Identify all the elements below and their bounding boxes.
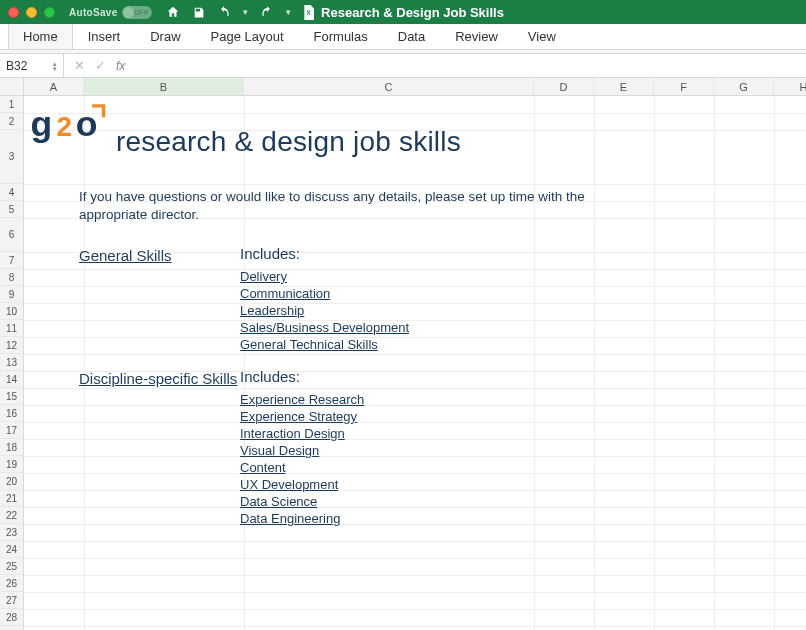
row-header[interactable]: 21	[0, 490, 23, 507]
row-header[interactable]: 9	[0, 286, 23, 303]
discipline-skill-link[interactable]: Experience Research	[240, 391, 364, 408]
section-general-skills-includes: Includes:	[240, 245, 300, 262]
row-header[interactable]: 11	[0, 320, 23, 337]
cell-area[interactable]: g 2 o research & design job skills If yo…	[24, 96, 806, 630]
fx-label[interactable]: fx	[116, 59, 125, 73]
row-header[interactable]: 14	[0, 371, 23, 388]
general-skill-link[interactable]: Sales/Business Development	[240, 319, 409, 336]
ribbon-tab-review[interactable]: Review	[440, 22, 513, 49]
row-header[interactable]: 16	[0, 405, 23, 422]
general-skill-link[interactable]: Communication	[240, 285, 409, 302]
row-header[interactable]: 26	[0, 575, 23, 592]
discipline-skill-link[interactable]: Data Science	[240, 493, 364, 510]
sheet-content: g 2 o research & design job skills If yo…	[24, 96, 806, 630]
row-header[interactable]: 25	[0, 558, 23, 575]
name-box-stepper[interactable]: ▴▾	[53, 61, 57, 71]
svg-text:2: 2	[57, 111, 72, 142]
redo-icon[interactable]	[260, 5, 274, 19]
row-header[interactable]: 29	[0, 626, 23, 630]
ribbon-tab-data[interactable]: Data	[383, 22, 440, 49]
ribbon-tab-page-layout[interactable]: Page Layout	[196, 22, 299, 49]
column-header[interactable]: G	[714, 78, 774, 95]
ribbon-tab-draw[interactable]: Draw	[135, 22, 195, 49]
g2o-logo: g 2 o	[30, 102, 108, 153]
row-header[interactable]: 7	[0, 252, 23, 269]
autosave-toggle[interactable]: OFF	[122, 6, 152, 19]
row-header[interactable]: 19	[0, 456, 23, 473]
home-icon[interactable]	[166, 5, 180, 19]
discipline-skills-list: Experience ResearchExperience StrategyIn…	[240, 391, 364, 527]
discipline-skill-link[interactable]: Interaction Design	[240, 425, 364, 442]
row-header[interactable]: 6	[0, 218, 23, 252]
row-header[interactable]: 18	[0, 439, 23, 456]
quick-access-toolbar: ▾ ▾	[166, 5, 291, 19]
column-header[interactable]: H	[774, 78, 806, 95]
column-header[interactable]: D	[534, 78, 594, 95]
row-header[interactable]: 22	[0, 507, 23, 524]
chevron-down-icon[interactable]: ▾	[243, 7, 248, 17]
accept-formula-icon[interactable]: ✓	[95, 58, 106, 73]
autosave-label: AutoSave	[69, 7, 118, 18]
discipline-skill-link[interactable]: Data Engineering	[240, 510, 364, 527]
column-header[interactable]: A	[24, 78, 84, 95]
autosave-control[interactable]: AutoSave OFF	[69, 6, 152, 19]
row-header[interactable]: 3	[0, 130, 23, 184]
row-header[interactable]: 4	[0, 184, 23, 201]
select-all-corner[interactable]	[0, 78, 24, 95]
row-header[interactable]: 24	[0, 541, 23, 558]
name-box[interactable]: B32 ▴▾	[0, 54, 64, 77]
save-icon[interactable]	[192, 6, 205, 19]
row-header[interactable]: 23	[0, 524, 23, 541]
zoom-window-button[interactable]	[44, 7, 55, 18]
formula-input[interactable]	[135, 54, 806, 77]
formula-bar-buttons: ✕ ✓ fx	[64, 54, 135, 77]
discipline-skill-link[interactable]: Experience Strategy	[240, 408, 364, 425]
general-skill-link[interactable]: Delivery	[240, 268, 409, 285]
row-header[interactable]: 10	[0, 303, 23, 320]
formula-bar: B32 ▴▾ ✕ ✓ fx	[0, 54, 806, 78]
window-controls	[8, 7, 55, 18]
section-discipline-skills-title: Discipline-specific Skills	[79, 370, 237, 387]
general-skill-link[interactable]: General Technical Skills	[240, 336, 409, 353]
close-window-button[interactable]	[8, 7, 19, 18]
ribbon-tab-home[interactable]: Home	[8, 22, 73, 49]
row-header[interactable]: 1	[0, 96, 23, 113]
ribbon-tab-insert[interactable]: Insert	[73, 22, 136, 49]
section-discipline-skills-includes: Includes:	[240, 368, 300, 385]
column-header[interactable]: B	[84, 78, 244, 95]
column-header[interactable]: E	[594, 78, 654, 95]
row-header[interactable]: 5	[0, 201, 23, 218]
section-general-skills-title: General Skills	[79, 247, 172, 264]
general-skill-link[interactable]: Leadership	[240, 302, 409, 319]
column-header[interactable]: C	[244, 78, 534, 95]
discipline-skill-link[interactable]: UX Development	[240, 476, 364, 493]
excel-file-icon	[302, 5, 315, 20]
row-header[interactable]: 2	[0, 113, 23, 130]
ribbon-tab-formulas[interactable]: Formulas	[299, 22, 383, 49]
row-header[interactable]: 17	[0, 422, 23, 439]
undo-icon[interactable]	[217, 5, 231, 19]
page-title: research & design job skills	[116, 126, 461, 158]
minimize-window-button[interactable]	[26, 7, 37, 18]
general-skills-list: DeliveryCommunicationLeadershipSales/Bus…	[240, 268, 409, 353]
row-header[interactable]: 15	[0, 388, 23, 405]
row-header[interactable]: 27	[0, 592, 23, 609]
row-header[interactable]: 12	[0, 337, 23, 354]
cancel-formula-icon[interactable]: ✕	[74, 58, 85, 73]
row-header[interactable]: 13	[0, 354, 23, 371]
ribbon-tabs: HomeInsertDrawPage LayoutFormulasDataRev…	[0, 24, 806, 50]
row-header[interactable]: 8	[0, 269, 23, 286]
row-headers: 1234567891011121314151617181920212223242…	[0, 96, 24, 630]
discipline-skill-link[interactable]: Content	[240, 459, 364, 476]
spreadsheet-grid: ABCDEFGH 1234567891011121314151617181920…	[0, 78, 806, 630]
row-header[interactable]: 20	[0, 473, 23, 490]
svg-text:g: g	[31, 104, 53, 144]
column-headers: ABCDEFGH	[0, 78, 806, 96]
discipline-skill-link[interactable]: Visual Design	[240, 442, 364, 459]
chevron-down-icon[interactable]: ▾	[286, 7, 291, 17]
svg-text:o: o	[76, 104, 98, 144]
column-header[interactable]: F	[654, 78, 714, 95]
ribbon-tab-view[interactable]: View	[513, 22, 571, 49]
document-title: Research & Design Job Skills	[302, 5, 504, 20]
row-header[interactable]: 28	[0, 609, 23, 626]
